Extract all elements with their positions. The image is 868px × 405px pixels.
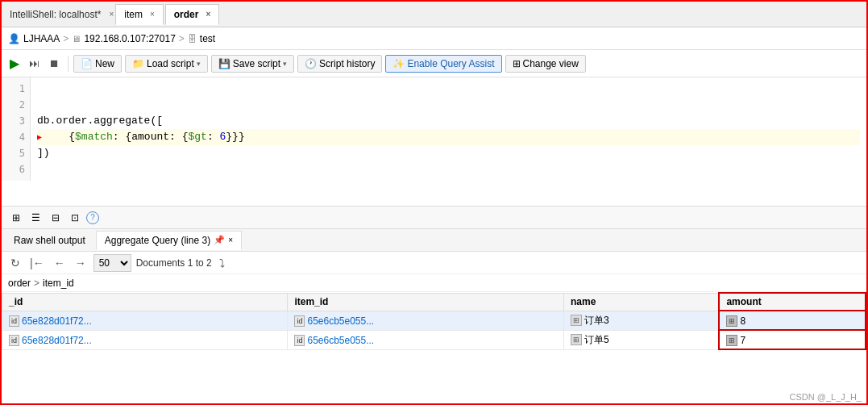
cell-amount-1: ⊞ 8 (719, 311, 866, 330)
load-script-label: Load script (147, 58, 194, 69)
results-toolbar: ↻ |← ← → 50 100 200 500 Documents 1 to 2… (2, 252, 866, 274)
item-id-value-2: 65e6cb5e055... (307, 335, 374, 346)
path-field: item_id (43, 278, 74, 289)
new-button[interactable]: 📄 New (73, 55, 122, 73)
cell-item-id-1: id 65e6cb5e055... (288, 311, 564, 330)
server-icon: 🖥 (72, 34, 81, 44)
amount-value-2: 7 (740, 335, 745, 346)
change-view-button[interactable]: ⊞ Change view (505, 55, 586, 73)
grid-view-btn[interactable]: ⊞ (8, 210, 24, 226)
col-name-header[interactable]: name (564, 293, 720, 311)
item-id-value-1: 65e6cb5e055... (307, 315, 374, 327)
script-history-label: Script history (319, 58, 375, 69)
cell-name-1: ⊞ 订单3 (564, 311, 720, 330)
name-value-1: 订单3 (584, 314, 609, 328)
grid-icon-1: ⊞ (726, 315, 737, 327)
tab-close-localhost[interactable]: × (109, 10, 114, 19)
doc-icon-2: ⊞ (571, 334, 582, 345)
editor-area[interactable]: 1 2 3 4 5 6 db.order.aggregate([ ▶ {$mat… (2, 77, 866, 207)
code-line-5: ]) (37, 145, 860, 161)
run-button[interactable]: ▶ (6, 54, 23, 73)
save-icon: 💾 (218, 58, 230, 69)
breadcrumb-user: LJHAAA (23, 33, 60, 44)
step-button[interactable]: ⏭ (26, 56, 43, 71)
breadcrumb-sep1: > (63, 33, 69, 44)
path-sep: > (34, 278, 39, 289)
watermark: CSDN @_L_J_H_ (790, 392, 862, 402)
table-row: id 65e828d01f72... id 65e6cb5e055... ⊞ 订… (2, 311, 866, 330)
prev-page-button[interactable]: ← (52, 254, 68, 272)
title-bar: IntelliShell: localhost* × item × order … (2, 2, 866, 27)
raw-shell-output-tab[interactable]: Raw shell output (5, 231, 94, 250)
tab-close-item[interactable]: × (150, 10, 155, 19)
enable-query-assist-button[interactable]: ✨ Enable Query Assist (385, 55, 501, 73)
code-line-6 (37, 161, 860, 177)
tab-item[interactable]: item × (115, 4, 164, 25)
tab-order-label: order (174, 9, 199, 20)
doc-icon-1: ⊞ (571, 315, 582, 326)
path-collection: order (8, 278, 31, 289)
tab-item-label: item (124, 9, 143, 20)
refresh-button[interactable]: ↻ (8, 254, 23, 272)
breadcrumb-sep2: > (179, 33, 185, 44)
code-line-3: db.order.aggregate([ (37, 113, 860, 129)
tab-order[interactable]: order × (165, 4, 220, 25)
item-id-badge-icon: id (294, 315, 305, 327)
script-history-button[interactable]: 🕐 Script history (297, 55, 382, 73)
next-page-button[interactable]: → (73, 254, 89, 272)
item-id-badge-icon-2: id (294, 335, 305, 346)
path-bar: order > item_id (2, 274, 866, 292)
limit-select[interactable]: 50 100 200 500 (93, 254, 131, 272)
save-script-label: Save script (233, 58, 280, 69)
cell-item-id-2: id 65e6cb5e055... (288, 330, 564, 349)
first-page-button[interactable]: |← (27, 254, 47, 272)
list-view-btn[interactable]: ☰ (27, 210, 44, 226)
editor-toolbar: ⊞ ☰ ⊟ ⊡ ? (2, 207, 866, 229)
code-editor[interactable]: db.order.aggregate([ ▶ {$match: {amount:… (31, 77, 866, 181)
stop-button[interactable]: ⏹ (46, 56, 63, 71)
code-line-1 (37, 81, 860, 97)
docs-count: Documents 1 to 2 (136, 257, 212, 269)
help-btn[interactable]: ? (86, 211, 99, 224)
change-view-label: Change view (523, 58, 579, 69)
new-label: New (95, 58, 114, 69)
id-badge-icon: id (9, 315, 19, 327)
export-button[interactable]: ⤵ (217, 254, 227, 272)
arrow-icon: ▶ (37, 133, 42, 142)
line-num-1: 1 (2, 81, 30, 97)
col-amount-header[interactable]: amount (719, 293, 866, 311)
aggregate-query-tab[interactable]: Aggregate Query (line 3) 📌 × (96, 231, 242, 250)
user-icon: 👤 (8, 33, 20, 44)
save-dropdown-arrow: ▾ (283, 60, 287, 68)
save-script-button[interactable]: 💾 Save script ▾ (211, 55, 294, 73)
load-dropdown-arrow: ▾ (197, 60, 201, 68)
table-row: id 65e828d01f72... id 65e6cb5e055... ⊞ 订… (2, 330, 866, 349)
cell-id-2: id 65e828d01f72... (2, 330, 288, 349)
results-tabs: Raw shell output Aggregate Query (line 3… (2, 229, 866, 252)
tab-close-order[interactable]: × (206, 10, 210, 19)
pin-icon[interactable]: 📌 (214, 235, 225, 245)
raw-shell-output-label: Raw shell output (14, 235, 85, 246)
toolbar-divider1 (68, 56, 69, 72)
results-area: Raw shell output Aggregate Query (line 3… (2, 229, 866, 392)
col-id-header[interactable]: _id (2, 293, 288, 311)
line-numbers: 1 2 3 4 5 6 (2, 77, 31, 181)
line-num-3: 3 (2, 113, 30, 129)
load-script-button[interactable]: 📁 Load script ▾ (125, 55, 208, 73)
id-badge-icon-2: id (9, 335, 19, 346)
col-item-id-header[interactable]: item_id (288, 293, 564, 311)
new-icon: 📄 (81, 58, 93, 69)
amount-value-1: 8 (740, 315, 745, 327)
collapse-btn[interactable]: ⊡ (67, 210, 83, 226)
table-view-btn[interactable]: ⊟ (48, 210, 64, 226)
name-value-2: 订单5 (584, 333, 609, 347)
aggregate-query-label: Aggregate Query (line 3) (105, 235, 210, 246)
toolbar: ▶ ⏭ ⏹ 📄 New 📁 Load script ▾ 💾 Save scrip… (2, 50, 866, 77)
line-num-4: 4 (2, 129, 30, 145)
breadcrumb-server: 192.168.0.107:27017 (84, 33, 175, 44)
id-value-1: 65e828d01f72... (22, 315, 92, 327)
aggregate-tab-close[interactable]: × (228, 236, 233, 244)
change-view-icon: ⊞ (513, 58, 521, 69)
line-num-6: 6 (2, 161, 30, 177)
db-icon: 🗄 (188, 34, 197, 44)
